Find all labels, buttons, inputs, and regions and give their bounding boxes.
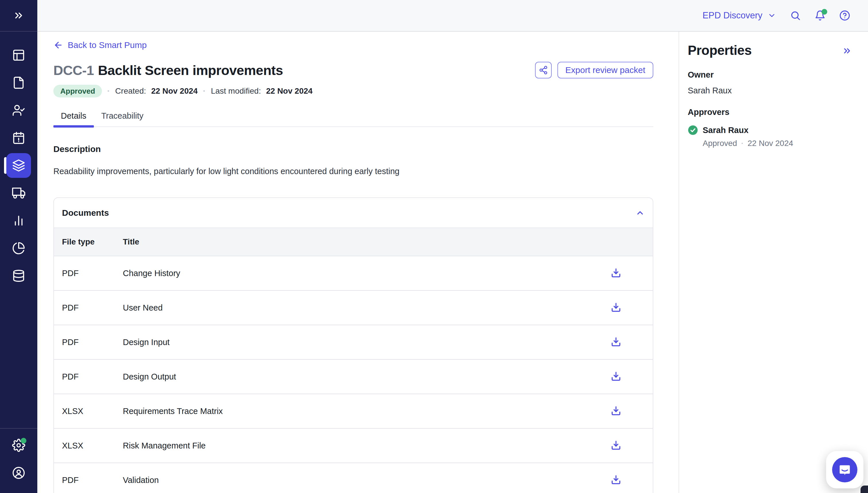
column-title: Title xyxy=(123,237,587,246)
table-row: XLSX Risk Management File xyxy=(54,429,653,463)
share-button[interactable] xyxy=(535,62,552,79)
download-button[interactable] xyxy=(610,267,622,279)
file-type-cell: XLSX xyxy=(62,407,123,416)
documents-table-header: File type Title xyxy=(54,228,653,256)
doc-title: Backlit Screen improvements xyxy=(98,63,283,78)
file-type-cell: XLSX xyxy=(62,441,123,450)
user-check-icon xyxy=(12,104,25,117)
account-icon xyxy=(12,466,25,479)
documents-card: Documents File type Title PDF Change His… xyxy=(53,197,653,493)
tab-traceability[interactable]: Traceability xyxy=(94,111,151,126)
file-type-cell: PDF xyxy=(62,269,123,278)
sidebar-item-design-controls[interactable] xyxy=(0,152,37,179)
title-actions: Export review packet xyxy=(535,62,653,79)
documents-heading: Documents xyxy=(62,208,109,218)
title-cell: User Need xyxy=(123,303,587,313)
file-type-cell: PDF xyxy=(62,303,123,313)
approver-row: Sarah Raux xyxy=(688,125,852,135)
meta-separator: · xyxy=(203,86,206,96)
sidebar-collapse-button[interactable] xyxy=(0,0,37,31)
download-button[interactable] xyxy=(610,337,622,348)
chevrons-right-icon xyxy=(13,10,24,21)
download-button[interactable] xyxy=(610,405,622,417)
search-button[interactable] xyxy=(790,10,801,21)
modified-label: Last modified: xyxy=(211,86,261,96)
download-button[interactable] xyxy=(610,474,622,486)
download-icon xyxy=(610,474,622,486)
table-row: PDF Design Input xyxy=(54,325,653,360)
sidebar-item-supply[interactable] xyxy=(0,179,37,207)
status-badge: Approved xyxy=(53,85,102,98)
column-file-type: File type xyxy=(62,237,123,246)
sidebar-item-dashboard[interactable] xyxy=(0,41,37,69)
topbar: EPD Discovery xyxy=(37,0,868,31)
meta-row: Approved · Created: 22 Nov 2024 · Last m… xyxy=(53,85,653,98)
chevron-up-icon xyxy=(636,208,645,217)
sidebar-item-analytics[interactable] xyxy=(0,207,37,234)
sidebar-item-reviews[interactable] xyxy=(0,97,37,124)
file-type-cell: PDF xyxy=(62,475,123,485)
download-icon xyxy=(610,267,622,279)
table-row: PDF Validation xyxy=(54,463,653,493)
description-text: Readability improvements, particularly f… xyxy=(53,167,653,176)
properties-panel: Properties Owner Sarah Raux Approvers Sa… xyxy=(679,31,868,493)
calendar-alert-icon xyxy=(12,131,25,145)
workspace-switcher[interactable]: EPD Discovery xyxy=(703,10,776,21)
doc-id: DCC-1 xyxy=(53,63,94,78)
sidebar xyxy=(0,0,37,493)
sidebar-spacer xyxy=(0,290,37,428)
sidebar-item-account[interactable] xyxy=(0,459,37,487)
search-icon xyxy=(790,10,801,21)
help-icon xyxy=(839,10,850,21)
description-heading: Description xyxy=(53,144,653,154)
title-row: DCC-1Backlit Screen improvements Export … xyxy=(53,62,653,79)
download-button[interactable] xyxy=(610,302,622,314)
download-button[interactable] xyxy=(610,440,622,451)
sidebar-item-data[interactable] xyxy=(0,262,37,290)
content: Back to Smart Pump DCC-1Backlit Screen i… xyxy=(37,31,679,493)
app-window: EPD Discovery Back to Smart Pump xyxy=(0,0,868,493)
sidebar-item-calendar[interactable] xyxy=(0,124,37,152)
download-icon xyxy=(610,302,622,314)
chevron-down-icon xyxy=(768,11,776,20)
share-icon xyxy=(539,65,548,75)
download-icon xyxy=(610,337,622,348)
approver-date: 22 Nov 2024 xyxy=(748,139,793,148)
export-review-packet-button[interactable]: Export review packet xyxy=(557,62,653,79)
body-row: Back to Smart Pump DCC-1Backlit Screen i… xyxy=(37,31,868,493)
tab-details[interactable]: Details xyxy=(53,111,94,126)
check-circle-icon xyxy=(688,125,698,135)
truck-icon xyxy=(12,187,25,200)
sidebar-item-documents[interactable] xyxy=(0,69,37,97)
properties-collapse-button[interactable] xyxy=(842,46,852,56)
download-button[interactable] xyxy=(610,371,622,382)
documents-collapse-button[interactable] xyxy=(636,208,645,217)
table-row: PDF Change History xyxy=(54,256,653,291)
approver-status: Approved xyxy=(703,139,737,148)
database-icon xyxy=(12,269,25,282)
title-cell: Validation xyxy=(123,475,587,485)
owner-label: Owner xyxy=(688,70,852,80)
workspace-name: EPD Discovery xyxy=(703,10,762,21)
modified-date: 22 Nov 2024 xyxy=(266,86,313,96)
table-row: PDF User Need xyxy=(54,291,653,325)
help-button[interactable] xyxy=(839,10,850,21)
title-cell: Requirements Trace Matrix xyxy=(123,407,587,416)
title-cell: Design Input xyxy=(123,338,587,347)
meta-separator: · xyxy=(107,86,110,96)
documents-card-header: Documents xyxy=(54,198,653,228)
back-link-label: Back to Smart Pump xyxy=(68,40,147,50)
page-title: DCC-1Backlit Screen improvements xyxy=(53,62,283,78)
sidebar-item-settings[interactable] xyxy=(0,431,37,459)
approvers-label: Approvers xyxy=(688,107,852,117)
owner-value: Sarah Raux xyxy=(688,86,852,95)
back-link[interactable]: Back to Smart Pump xyxy=(53,40,147,50)
bar-chart-icon xyxy=(12,214,25,227)
corner-decoration xyxy=(861,486,868,493)
chat-launcher[interactable] xyxy=(826,451,863,488)
arrow-left-icon xyxy=(53,40,63,50)
notifications-button[interactable] xyxy=(815,10,825,21)
layers-icon xyxy=(12,159,25,172)
title-cell: Risk Management File xyxy=(123,441,587,450)
sidebar-item-reports[interactable] xyxy=(0,234,37,262)
